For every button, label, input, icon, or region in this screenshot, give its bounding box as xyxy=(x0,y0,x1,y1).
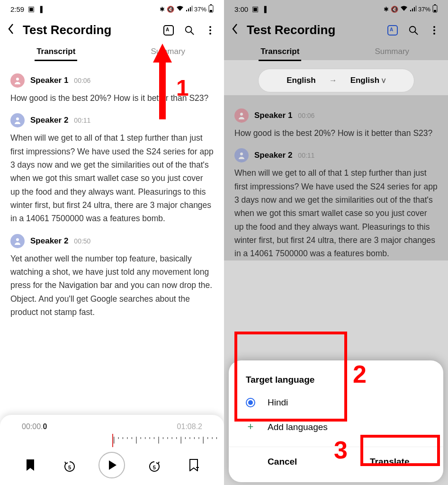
svg-rect-13 xyxy=(434,4,436,5)
transcript-text: How good is the best 20%? How is it bett… xyxy=(10,91,214,105)
bluetooth-icon: ✱ xyxy=(160,6,165,13)
language-selector[interactable]: English → English ᐯ xyxy=(258,69,414,92)
transcript-text: When will we get to all of that 1 step f… xyxy=(10,131,214,225)
speaker-avatar-icon xyxy=(234,108,249,123)
lang-option-label: Hindi xyxy=(268,397,288,408)
target-language-sheet: Target language Hindi + Add languages Ca… xyxy=(229,360,443,482)
bookmark-button[interactable]: 1 xyxy=(20,455,41,476)
mute-icon: 🔇 xyxy=(391,6,398,13)
transcript-block: Speaker 100:06How good is the best 20%? … xyxy=(10,73,214,105)
add-languages-label: Add languages xyxy=(268,422,328,432)
plus-icon: + xyxy=(246,422,255,432)
speaker-avatar-icon xyxy=(10,113,25,127)
svg-point-3 xyxy=(186,26,192,32)
more-options-icon[interactable] xyxy=(204,24,216,36)
svg-point-7 xyxy=(16,238,19,241)
cancel-button[interactable]: Cancel xyxy=(229,447,336,476)
svg-point-16 xyxy=(240,113,243,116)
lang-option-hindi[interactable]: Hindi xyxy=(246,397,426,408)
search-icon[interactable] xyxy=(183,24,196,36)
tab-bar: Transcript Summary xyxy=(0,39,224,60)
image-icon: ▣ xyxy=(252,5,259,13)
page-title: Test Recording xyxy=(247,23,378,37)
player-bar: 00:00.0 01:08.2 |''''|''''|''''|''''|'''… xyxy=(0,415,224,485)
translate-icon[interactable] xyxy=(162,24,175,36)
status-bar: 2:59 ▣ ❚ ✱ 🔇 37% xyxy=(0,0,224,18)
svg-point-5 xyxy=(16,78,19,81)
rewind-5-button[interactable]: 5 xyxy=(59,455,80,476)
timestamp: 00:06 xyxy=(298,112,314,119)
signal-icon xyxy=(410,6,416,13)
add-bookmark-button[interactable] xyxy=(183,455,204,476)
svg-line-4 xyxy=(191,31,194,34)
speaker-name: Speaker 2 xyxy=(30,116,68,125)
battery-icon xyxy=(432,4,438,14)
tab-transcript[interactable]: Transcript xyxy=(224,43,336,60)
battery-icon xyxy=(208,4,214,14)
svg-point-17 xyxy=(240,153,243,155)
back-button[interactable] xyxy=(232,23,238,37)
app-header: Test Recording xyxy=(224,18,448,39)
svg-line-15 xyxy=(415,31,418,34)
speaker-name: Speaker 2 xyxy=(30,236,68,246)
tab-summary[interactable]: Summary xyxy=(336,43,448,60)
transcript-text: When will we get to all of that 1 step f… xyxy=(234,166,438,260)
playback-total: 01:08.2 xyxy=(177,422,202,431)
add-languages-button[interactable]: + Add languages xyxy=(246,422,426,432)
arrow-right-icon: → xyxy=(329,76,337,85)
speaker-name: Speaker 1 xyxy=(254,111,292,120)
image-icon: ▣ xyxy=(28,5,35,13)
timestamp: 00:11 xyxy=(74,117,90,124)
speaker-name: Speaker 1 xyxy=(30,76,68,85)
screenshot-left: 2:59 ▣ ❚ ✱ 🔇 37% xyxy=(0,0,224,485)
forward-5-button[interactable]: 5 xyxy=(144,455,165,476)
screenshot-right: 3:00 ▣ ❚ ✱ 🔇 37% xyxy=(224,0,448,485)
back-button[interactable] xyxy=(8,23,14,37)
radio-selected-icon xyxy=(246,398,255,407)
bulb-icon: ❚ xyxy=(38,5,45,13)
timestamp: 00:11 xyxy=(298,152,314,159)
clock: 2:59 xyxy=(10,5,24,13)
app-header: Test Recording xyxy=(0,18,224,39)
transcript-area: Speaker 100:06How good is the best 20%? … xyxy=(0,60,224,319)
play-button[interactable] xyxy=(99,452,125,478)
transcript-block: Speaker 100:06How good is the best 20%? … xyxy=(234,108,438,140)
battery-text: 37% xyxy=(418,6,430,13)
svg-rect-1 xyxy=(210,10,212,12)
tab-transcript[interactable]: Transcript xyxy=(0,43,112,60)
more-options-icon[interactable] xyxy=(428,24,440,36)
sheet-title: Target language xyxy=(246,375,426,385)
bookmark-count: 1 xyxy=(23,456,44,461)
page-title: Test Recording xyxy=(23,23,154,37)
lang-to: English ᐯ xyxy=(350,76,385,85)
speaker-avatar-icon xyxy=(234,148,249,162)
svg-point-14 xyxy=(410,26,416,32)
bluetooth-icon: ✱ xyxy=(384,6,389,13)
speaker-avatar-icon xyxy=(10,234,25,248)
transcript-text: Yet another well the number top feature,… xyxy=(10,252,214,319)
tab-summary[interactable]: Summary xyxy=(112,43,224,60)
playback-current: 00:00.0 xyxy=(22,422,47,431)
lang-from: English xyxy=(287,76,315,85)
speaker-name: Speaker 2 xyxy=(254,151,292,160)
search-icon[interactable] xyxy=(407,24,420,36)
transcript-block: Speaker 200:11When will we get to all of… xyxy=(10,113,214,225)
battery-text: 37% xyxy=(194,6,206,13)
translate-button[interactable]: Translate xyxy=(336,447,444,476)
playback-scrubber[interactable]: |''''|''''|''''|''''|''''|''''|''''|''''… xyxy=(6,434,218,447)
transcript-block: Speaker 200:11When will we get to all of… xyxy=(234,148,438,260)
clock: 3:00 xyxy=(234,5,248,13)
signal-icon xyxy=(186,6,192,13)
transcript-area: Speaker 100:06How good is the best 20%? … xyxy=(224,95,448,260)
timestamp: 00:06 xyxy=(74,77,90,84)
tab-bar: Transcript Summary xyxy=(224,39,448,60)
wifi-icon xyxy=(400,6,408,13)
chevron-down-icon: ᐯ xyxy=(382,78,385,84)
timestamp: 00:50 xyxy=(74,237,90,245)
transcript-text: How good is the best 20%? How is it bett… xyxy=(234,126,438,140)
status-bar: 3:00 ▣ ❚ ✱ 🔇 37% xyxy=(224,0,448,18)
bulb-icon: ❚ xyxy=(262,5,269,13)
mute-icon: 🔇 xyxy=(167,6,174,13)
translate-icon[interactable] xyxy=(386,24,399,36)
wifi-icon xyxy=(176,6,184,13)
